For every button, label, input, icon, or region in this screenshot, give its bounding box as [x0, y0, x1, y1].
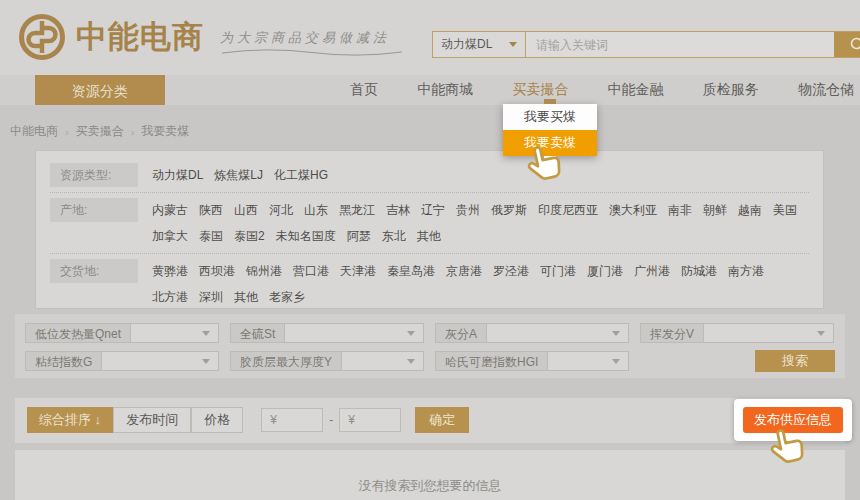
nav-item[interactable]: 中能商城	[417, 81, 473, 99]
search-bar: 动力煤DL	[432, 31, 860, 58]
breadcrumb-separator: ›	[65, 126, 69, 138]
nav-item[interactable]: 物流仓储	[798, 81, 854, 99]
search-submit-button[interactable]: 搜索	[755, 350, 835, 372]
filter-option[interactable]: 阿瑟	[347, 223, 371, 249]
search-category-select[interactable]: 动力煤DL	[433, 32, 525, 57]
chevron-down-icon	[612, 359, 620, 364]
nav-item[interactable]: 质检服务	[703, 81, 759, 99]
filter-option[interactable]: 营口港	[293, 258, 329, 284]
filter-option[interactable]: 黄骅港	[152, 258, 188, 284]
sort-publish-time-button[interactable]: 发布时间	[113, 407, 191, 433]
dropdown-pointer-top	[544, 99, 556, 104]
filter-option[interactable]: 辽宁	[421, 197, 445, 223]
hand-cursor-icon	[760, 420, 815, 475]
filter-option[interactable]: 越南	[738, 197, 762, 223]
filter-option[interactable]: 吉林	[386, 197, 410, 223]
filter-option[interactable]: 加拿大	[152, 223, 188, 249]
filter-option[interactable]: 陕西	[199, 197, 223, 223]
param-search-cell: 搜索	[640, 350, 835, 372]
filter-option[interactable]: 山东	[304, 197, 328, 223]
filter-option[interactable]: 西坝港	[199, 258, 235, 284]
filter-option[interactable]: 未知名国度	[276, 223, 336, 249]
filter-option[interactable]: 俄罗斯	[491, 197, 527, 223]
filter-option[interactable]: 朝鲜	[703, 197, 727, 223]
filter-panel: 资源类型:动力煤DL炼焦煤LJ化工煤HG产地:内蒙古陕西山西河北山东黑龙江吉林辽…	[35, 150, 824, 309]
param-label: 哈氏可磨指数HGI	[435, 351, 547, 371]
filter-option[interactable]: 泰国	[199, 223, 223, 249]
param-field: 胶质层最大厚度Y	[230, 351, 424, 371]
price-max-input[interactable]	[339, 408, 401, 432]
price-min-input[interactable]	[261, 408, 323, 432]
param-field: 低位发热量Qnet	[25, 323, 219, 343]
param-select[interactable]	[284, 323, 424, 343]
param-field: 挥发分V	[640, 323, 834, 343]
breadcrumb: 中能电商›买卖撮合›我要卖煤	[10, 123, 189, 140]
sort-comprehensive-button[interactable]: 综合排序 ↓	[27, 407, 113, 433]
param-filter-band: 低位发热量Qnet全硫St灰分A挥发分V 粘结指数G胶质层最大厚度Y哈氏可磨指数…	[15, 314, 845, 378]
filter-option[interactable]: 东北	[382, 223, 406, 249]
filter-option[interactable]: 秦皇岛港	[387, 258, 435, 284]
breadcrumb-item[interactable]: 买卖撮合	[76, 123, 124, 140]
filter-option[interactable]: 南方港	[728, 258, 764, 284]
filter-option[interactable]: 天津港	[340, 258, 376, 284]
param-select[interactable]	[130, 323, 219, 343]
nav-item[interactable]: 首页	[350, 81, 378, 99]
brand-name: 中能电商	[76, 16, 204, 58]
filter-option[interactable]: 罗泾港	[493, 258, 529, 284]
hand-cursor-icon	[517, 137, 572, 192]
search-category-value: 动力煤DL	[441, 36, 492, 53]
sort-price-button[interactable]: 价格	[191, 407, 243, 433]
param-select[interactable]	[486, 323, 629, 343]
filter-option[interactable]: 炼焦煤LJ	[214, 162, 263, 188]
main-nav: 资源分类 首页中能商城买卖撮合中能金融质检服务物流仓储	[0, 75, 860, 105]
breadcrumb-item[interactable]: 我要卖煤	[141, 123, 189, 140]
filter-option[interactable]: 其他	[234, 284, 258, 310]
nav-item[interactable]: 买卖撮合	[512, 81, 568, 99]
chevron-down-icon	[817, 331, 825, 336]
filter-option[interactable]: 山西	[234, 197, 258, 223]
param-select[interactable]	[341, 351, 424, 371]
search-button[interactable]	[834, 32, 860, 57]
filter-option[interactable]: 京唐港	[446, 258, 482, 284]
filter-option[interactable]: 厦门港	[587, 258, 623, 284]
chevron-down-icon	[509, 42, 517, 47]
filter-option[interactable]: 防城港	[681, 258, 717, 284]
param-select[interactable]	[101, 351, 219, 371]
param-label: 胶质层最大厚度Y	[230, 351, 341, 371]
filter-option[interactable]: 印度尼西亚	[538, 197, 598, 223]
param-label: 粘结指数G	[25, 351, 101, 371]
filter-option[interactable]: 黑龙江	[339, 197, 375, 223]
filter-option[interactable]: 可门港	[540, 258, 576, 284]
filter-values: 动力煤DL炼焦煤LJ化工煤HG	[138, 162, 809, 188]
filter-option[interactable]: 贵州	[456, 197, 480, 223]
filter-option[interactable]: 老家乡	[269, 284, 305, 310]
filter-option[interactable]: 深圳	[199, 284, 223, 310]
filter-option[interactable]: 内蒙古	[152, 197, 188, 223]
confirm-button[interactable]: 确定	[415, 407, 469, 433]
filter-option[interactable]: 美国	[773, 197, 797, 223]
search-input[interactable]	[525, 32, 834, 57]
page: 中能电商 为大宗商品交易做减法 动力煤DL	[0, 0, 860, 500]
nav-item[interactable]: 中能金融	[608, 81, 664, 99]
filter-option[interactable]: 澳大利亚	[609, 197, 657, 223]
param-select[interactable]	[703, 323, 834, 343]
tagline-underline	[220, 49, 405, 56]
param-select[interactable]	[547, 351, 629, 371]
dropdown-item[interactable]: 我要买煤	[503, 104, 597, 130]
breadcrumb-item[interactable]: 中能电商	[10, 123, 58, 140]
resource-category-button[interactable]: 资源分类	[35, 75, 165, 105]
filter-option[interactable]: 泰国2	[234, 223, 265, 249]
filter-option[interactable]: 动力煤DL	[152, 162, 203, 188]
filter-option[interactable]: 其他	[417, 223, 441, 249]
filter-option[interactable]: 化工煤HG	[274, 162, 328, 188]
brand-tagline: 为大宗商品交易做减法	[220, 28, 405, 56]
param-label: 全硫St	[230, 323, 284, 343]
param-label: 低位发热量Qnet	[25, 323, 130, 343]
filter-option[interactable]: 北方港	[152, 284, 188, 310]
filter-option[interactable]: 锦州港	[246, 258, 282, 284]
filter-option[interactable]: 南非	[668, 197, 692, 223]
filter-option[interactable]: 河北	[269, 197, 293, 223]
param-field: 全硫St	[230, 323, 424, 343]
filter-option[interactable]: 广州港	[634, 258, 670, 284]
filter-values: 黄骅港西坝港锦州港营口港天津港秦皇岛港京唐港罗泾港可门港厦门港广州港防城港南方港…	[138, 258, 809, 310]
